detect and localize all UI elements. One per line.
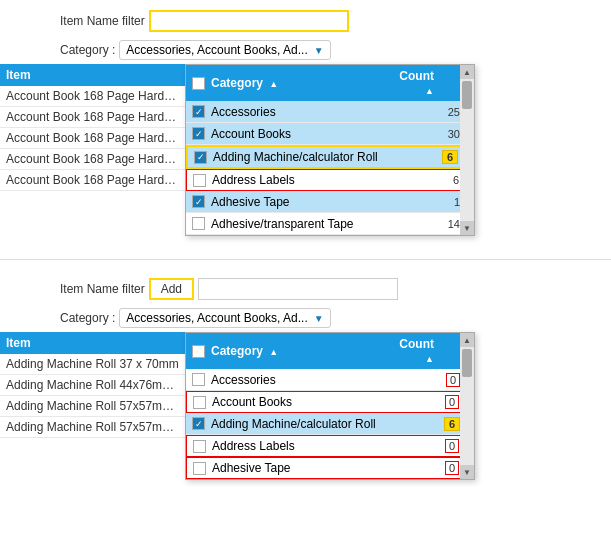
checkbox[interactable] xyxy=(192,417,205,430)
category-label-1: Category : xyxy=(60,43,115,57)
checkbox[interactable] xyxy=(193,462,206,475)
row-label: Adding Machine/calculator Roll xyxy=(213,150,406,164)
sort-arrow-count-1: ▲ xyxy=(425,86,434,96)
dropdown-header-2: Category ▲ Count ▲ xyxy=(186,333,474,369)
filter-input-2[interactable] xyxy=(198,278,398,300)
dropdown-area-2: Category ▲ Count ▲ Accessories 0 Account… xyxy=(185,332,611,480)
filter-row-1: Item Name filter xyxy=(0,10,611,32)
category-row-1: Category : Accessories, Account Books, A… xyxy=(0,40,611,60)
category-row-2: Category : Accessories, Account Books, A… xyxy=(0,308,611,328)
dropdown-row[interactable]: Address Labels 6 xyxy=(186,169,474,191)
dropdown-row[interactable]: Address Labels 0 xyxy=(186,435,474,457)
row-label: Adhesive Tape xyxy=(212,461,407,475)
item-table-2: Item Adding Machine Roll 37 x 70mm Addin… xyxy=(0,332,185,480)
checkbox[interactable] xyxy=(192,373,205,386)
filter-row-2: Item Name filter Add xyxy=(0,278,611,300)
item-table-header-2: Item xyxy=(0,332,185,354)
scrollbar-thumb-1 xyxy=(462,81,472,109)
row-label: Accessories xyxy=(211,373,408,387)
row-label: Accessories xyxy=(211,105,408,119)
dropdown-area-1: Category ▲ Count ▲ Accessories 25 Accoun… xyxy=(185,64,611,236)
row-label: Account Books xyxy=(211,127,408,141)
header-checkbox-1[interactable] xyxy=(192,77,205,90)
row-label: Adhesive Tape xyxy=(211,195,408,209)
count-col-header-2: Count ▲ xyxy=(394,337,454,365)
row-count: 0 xyxy=(407,439,467,453)
row-label: Address Labels xyxy=(212,439,407,453)
category-label-2: Category : xyxy=(60,311,115,325)
scrollbar-thumb-2 xyxy=(462,349,472,377)
dropdown-row[interactable]: Adhesive/transparent Tape 14 xyxy=(186,213,474,235)
list-item: Adding Machine Roll 57x57mm Lint F... xyxy=(0,396,185,417)
row-count: 0 xyxy=(408,373,468,387)
scroll-up-btn-1[interactable]: ▲ xyxy=(460,65,474,79)
dropdown-row[interactable]: Adding Machine/calculator Roll 6 xyxy=(186,413,474,435)
scroll-thumb-1 xyxy=(460,79,474,221)
scrollbar-2[interactable]: ▲ ▼ xyxy=(460,333,474,479)
dropdown-row[interactable]: Adding Machine/calculator Roll 6 xyxy=(186,145,474,169)
row-count: 30 xyxy=(408,128,468,140)
dropdown-row[interactable]: Account Books 30 xyxy=(186,123,474,145)
filter-label-1: Item Name filter xyxy=(60,14,145,28)
list-item: Adding Machine Roll 44x76mm Stan... xyxy=(0,375,185,396)
scrollbar-1[interactable]: ▲ ▼ xyxy=(460,65,474,235)
category-value-2: Accessories, Account Books, Ad... xyxy=(126,311,307,325)
sort-arrow-1: ▲ xyxy=(269,79,278,89)
section-2: Item Name filter Add Category : Accessor… xyxy=(0,268,611,495)
section-divider xyxy=(0,259,611,260)
chevron-down-icon-2: ▼ xyxy=(314,313,324,324)
add-button[interactable]: Add xyxy=(149,278,194,300)
row-count: 6 xyxy=(406,150,466,164)
row-label: Adding Machine/calculator Roll xyxy=(211,417,408,431)
checkbox[interactable] xyxy=(192,127,205,140)
category-col-header-2: Category ▲ xyxy=(211,344,394,358)
scroll-up-btn-2[interactable]: ▲ xyxy=(460,333,474,347)
scroll-down-btn-1[interactable]: ▼ xyxy=(460,221,474,235)
category-col-header-1: Category ▲ xyxy=(211,76,394,90)
dropdown-row[interactable]: Adhesive Tape 1 xyxy=(186,191,474,213)
sort-arrow-2: ▲ xyxy=(269,347,278,357)
list-item: Adding Machine Roll 57x57mm Stan... xyxy=(0,417,185,438)
dropdown-panel-2: Category ▲ Count ▲ Accessories 0 Account… xyxy=(185,332,475,480)
dropdown-panel-1: Category ▲ Count ▲ Accessories 25 Accoun… xyxy=(185,64,475,236)
category-value-1: Accessories, Account Books, Ad... xyxy=(126,43,307,57)
list-item: Account Book 168 Page Hardcover A... xyxy=(0,107,185,128)
row-label: Address Labels xyxy=(212,173,407,187)
row-count: 6 xyxy=(408,417,468,431)
row-count: 0 xyxy=(407,395,467,409)
list-item: Account Book 168 Page Hardcover A... xyxy=(0,149,185,170)
filter-label-2: Item Name filter xyxy=(60,282,145,296)
dropdown-row[interactable]: Account Books 0 xyxy=(186,391,474,413)
dropdown-row[interactable]: Accessories 0 xyxy=(186,369,474,391)
item-table-1: Item Account Book 168 Page Hardcover A..… xyxy=(0,64,185,236)
row-count: 6 xyxy=(407,174,467,186)
item-table-header-1: Item xyxy=(0,64,185,86)
checkbox[interactable] xyxy=(194,151,207,164)
list-item: Adding Machine Roll 37 x 70mm xyxy=(0,354,185,375)
scroll-down-btn-2[interactable]: ▼ xyxy=(460,465,474,479)
dropdown-row[interactable]: Adhesive Tape 0 xyxy=(186,457,474,479)
row-count: 1 xyxy=(408,196,468,208)
row-count: 14 xyxy=(408,218,468,230)
list-item: Account Book 168 Page Hardcover A... xyxy=(0,128,185,149)
list-item: Account Book 168 Page Hardcover A... xyxy=(0,86,185,107)
checkbox[interactable] xyxy=(193,440,206,453)
checkbox[interactable] xyxy=(192,217,205,230)
header-checkbox-2[interactable] xyxy=(192,345,205,358)
checkbox[interactable] xyxy=(193,396,206,409)
row-label: Account Books xyxy=(212,395,407,409)
dropdown-header-1: Category ▲ Count ▲ xyxy=(186,65,474,101)
category-dropdown-1[interactable]: Accessories, Account Books, Ad... ▼ xyxy=(119,40,330,60)
checkbox[interactable] xyxy=(193,174,206,187)
checkbox[interactable] xyxy=(192,195,205,208)
dropdown-row[interactable]: Accessories 25 xyxy=(186,101,474,123)
section1-layout: Item Account Book 168 Page Hardcover A..… xyxy=(0,64,611,236)
list-item: Account Book 168 Page Hardcover A... xyxy=(0,170,185,191)
section-1: Item Name filter Category : Accessories,… xyxy=(0,0,611,251)
filter-input-1[interactable] xyxy=(149,10,349,32)
scroll-thumb-2 xyxy=(460,347,474,465)
category-dropdown-2[interactable]: Accessories, Account Books, Ad... ▼ xyxy=(119,308,330,328)
checkbox[interactable] xyxy=(192,105,205,118)
count-col-header-1: Count ▲ xyxy=(394,69,454,97)
section2-layout: Item Adding Machine Roll 37 x 70mm Addin… xyxy=(0,332,611,480)
